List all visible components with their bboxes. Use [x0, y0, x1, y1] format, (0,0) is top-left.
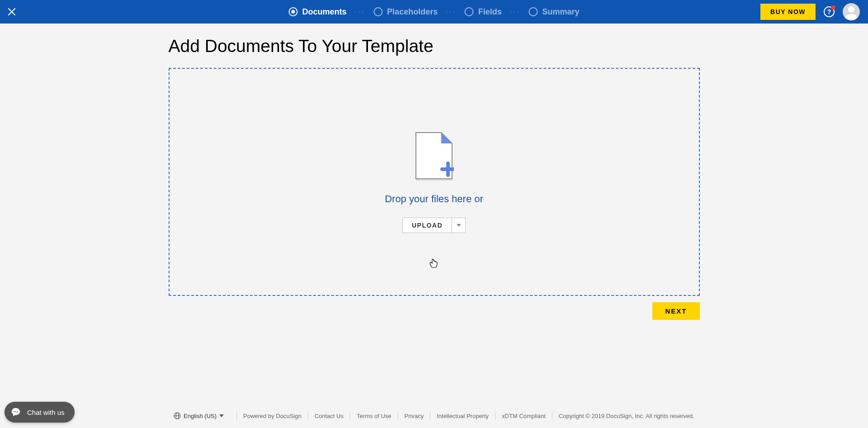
separator-icon: [398, 412, 398, 420]
step-label: Fields: [478, 7, 502, 17]
footer-link-contact[interactable]: Contact Us: [315, 413, 344, 419]
step-separator-icon: ···: [354, 8, 365, 15]
next-button[interactable]: NEXT: [652, 302, 699, 320]
dropzone-label: Drop your files here or: [385, 193, 483, 205]
powered-by-label: Powered by DocuSign: [243, 413, 302, 419]
radio-empty-icon: [373, 7, 382, 16]
upload-button-group: UPLOAD: [402, 218, 466, 233]
radio-empty-icon: [465, 7, 474, 16]
separator-icon: [350, 412, 350, 420]
svg-point-14: [17, 411, 18, 412]
upload-button[interactable]: UPLOAD: [403, 218, 452, 233]
document-add-icon: [414, 131, 454, 181]
help-icon: ?: [827, 8, 831, 15]
upload-dropdown-button[interactable]: [452, 218, 465, 233]
step-summary[interactable]: Summary: [529, 7, 580, 17]
step-label: Documents: [302, 7, 346, 17]
footer-link-privacy[interactable]: Privacy: [405, 413, 424, 419]
header-actions: BUY NOW ?: [760, 3, 868, 20]
notification-badge-icon: [831, 5, 835, 10]
language-selector[interactable]: English (US): [174, 412, 230, 419]
svg-marker-7: [457, 224, 461, 227]
footer-link-terms[interactable]: Terms of Use: [357, 413, 392, 419]
cursor-pointer-icon: [429, 259, 438, 268]
separator-icon: [495, 412, 495, 420]
buy-now-button[interactable]: BUY NOW: [760, 4, 816, 20]
step-documents[interactable]: Documents: [288, 7, 346, 17]
separator-icon: [430, 412, 430, 420]
radio-active-icon: [288, 7, 297, 16]
footer-link-xdtm[interactable]: xDTM Compliant: [502, 413, 546, 419]
page-title: Add Documents To Your Template: [169, 36, 700, 56]
copyright-label: Copyright © 2019 DocuSign, Inc. All righ…: [559, 413, 694, 419]
caret-down-icon: [457, 224, 461, 227]
file-dropzone[interactable]: Drop your files here or UPLOAD: [169, 68, 700, 296]
separator-icon: [236, 412, 237, 420]
step-separator-icon: ···: [510, 8, 521, 15]
chat-label: Chat with us: [27, 409, 65, 416]
step-fields[interactable]: Fields: [465, 7, 502, 17]
svg-marker-11: [219, 414, 224, 417]
header: Documents ··· Placeholders ··· Fields ··…: [0, 0, 868, 24]
action-row: NEXT: [169, 302, 700, 320]
footer-link-ip[interactable]: Intellectual Property: [437, 413, 489, 419]
step-placeholders[interactable]: Placeholders: [373, 7, 438, 17]
close-icon: [8, 8, 15, 15]
help-button[interactable]: ?: [824, 6, 835, 17]
wizard-steps: Documents ··· Placeholders ··· Fields ··…: [288, 0, 579, 24]
separator-icon: [552, 412, 552, 420]
step-label: Placeholders: [387, 7, 438, 17]
main-content: Add Documents To Your Template Drop your…: [169, 24, 700, 320]
radio-empty-icon: [529, 7, 538, 16]
svg-point-13: [15, 411, 16, 412]
chat-widget[interactable]: Chat with us: [5, 402, 75, 423]
step-label: Summary: [542, 7, 580, 17]
svg-point-12: [14, 411, 14, 412]
chat-bubble-icon: [11, 407, 21, 417]
footer: English (US) Powered by DocuSign Contact…: [0, 412, 868, 420]
profile-avatar[interactable]: [843, 3, 860, 20]
separator-icon: [308, 412, 308, 420]
language-label: English (US): [184, 413, 217, 419]
step-separator-icon: ···: [446, 8, 457, 15]
caret-down-icon: [219, 414, 224, 417]
globe-icon: [174, 412, 181, 419]
close-button[interactable]: [0, 0, 24, 24]
